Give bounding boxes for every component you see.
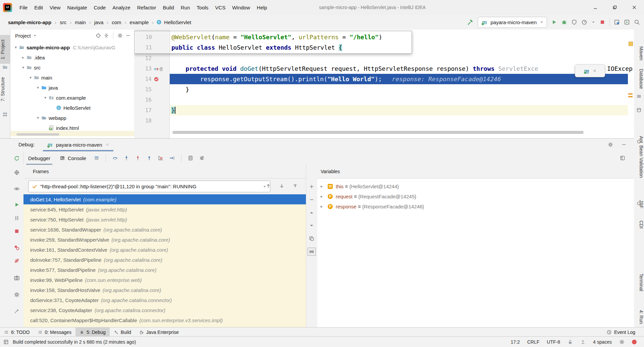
menu-item-help[interactable]: Help: [254, 3, 271, 12]
resume-program-icon[interactable]: [14, 202, 20, 208]
frame-row[interactable]: doService:371, CoyoteAdapter(org.apache.…: [23, 295, 306, 305]
run-button-icon[interactable]: [551, 19, 557, 25]
code-line-15[interactable]: 15 }: [134, 84, 634, 95]
frame-row[interactable]: call:520, ContainerMapper$HttpHandlerCal…: [23, 315, 306, 325]
tree-item-main[interactable]: main: [10, 72, 134, 83]
tree-item-webapp[interactable]: webapp: [10, 113, 134, 123]
toolwindow-tab-java-enterprise[interactable]: Java Enterprise: [135, 328, 183, 337]
drop-frame-icon[interactable]: [158, 155, 163, 161]
frame-row[interactable]: service:238, CoyoteAdapter(org.apache.ca…: [23, 305, 306, 315]
menu-item-file[interactable]: File: [16, 3, 31, 12]
stop-process-icon[interactable]: [14, 228, 20, 234]
run-config-select[interactable]: payara-micro-maven: [478, 17, 547, 28]
expander-icon[interactable]: [43, 95, 48, 100]
code-editor[interactable]: 1213 protected void doGet(HttpServletReq…: [134, 30, 634, 138]
menu-item-vcs[interactable]: VCS: [212, 3, 229, 12]
breadcrumb-item-example[interactable]: example: [129, 19, 150, 26]
move-up-icon[interactable]: [309, 210, 314, 215]
expand-arrow-icon[interactable]: [321, 204, 325, 209]
tab-console[interactable]: Console: [55, 151, 91, 165]
settings-gear-icon[interactable]: [608, 142, 613, 147]
code-line-13[interactable]: 13 protected void doGet(HttpServletReque…: [134, 63, 634, 74]
breadcrumb-item-sample-micro-app[interactable]: sample-micro-app: [7, 19, 52, 26]
expander-icon[interactable]: [35, 85, 41, 90]
settings-gear-icon[interactable]: [117, 33, 123, 38]
close-tab-icon[interactable]: [105, 143, 109, 147]
tree-item-java[interactable]: java: [10, 83, 134, 93]
code-line-18[interactable]: 18: [134, 115, 634, 126]
show-watches-icon[interactable]: [309, 249, 314, 254]
tool-strip-icon[interactable]: [636, 139, 642, 144]
tab-debugger[interactable]: Debugger: [23, 151, 55, 165]
tool-window-switcher-icon[interactable]: [3, 339, 9, 345]
debug-settings-icon[interactable]: [14, 292, 20, 298]
project-view-select[interactable]: Project: [15, 33, 37, 39]
file-encoding[interactable]: UTF-8: [547, 339, 560, 345]
add-watch-icon[interactable]: [309, 184, 314, 189]
menu-item-view[interactable]: View: [46, 3, 64, 12]
step-over-icon[interactable]: [112, 155, 118, 161]
tool-window-database[interactable]: Database: [634, 60, 644, 97]
evaluate-expression-icon[interactable]: [188, 155, 193, 161]
force-step-into-icon[interactable]: [135, 155, 141, 161]
hide-library-frames-icon[interactable]: [292, 183, 298, 189]
layout-settings-icon[interactable]: [620, 155, 625, 161]
frame-row[interactable]: doInvoke:757, StandardPipeline(org.apach…: [23, 255, 306, 265]
rerun-icon[interactable]: [14, 155, 20, 161]
tool-window-7-structure[interactable]: 7: Structure: [0, 75, 10, 104]
close-button[interactable]: [625, 0, 644, 14]
code-line-14[interactable]: 14 response.getOutputStream().println("H…: [134, 74, 634, 84]
overrides-method-icon[interactable]: [154, 66, 159, 71]
menu-item-analyze[interactable]: Analyze: [109, 3, 133, 12]
frame-row[interactable]: service:1636, StandardWrapper(org.apache…: [23, 225, 306, 235]
tree-item-src[interactable]: src: [10, 62, 134, 72]
line-ending[interactable]: CRLF: [527, 339, 540, 345]
menu-item-window[interactable]: Window: [229, 3, 253, 12]
run-anything-icon[interactable]: [624, 19, 630, 25]
variable-row[interactable]: response{ResponseFacade@14246}: [317, 201, 634, 211]
tree-item-com-example[interactable]: com.example: [10, 93, 134, 103]
restore-layout-icon[interactable]: [614, 19, 620, 25]
tool-window-terminal[interactable]: Terminal: [634, 264, 644, 301]
menu-item-tools[interactable]: Tools: [193, 3, 212, 12]
variable-row[interactable]: this{HelloServlet@14244}: [317, 181, 634, 191]
frame-row[interactable]: invoke:158, StandardHostValve(org.apache…: [23, 285, 306, 295]
expander-icon[interactable]: [20, 65, 26, 70]
tool-window-cdi[interactable]: CDI: [634, 206, 644, 243]
show-execution-point-icon[interactable]: [14, 169, 20, 176]
step-into-icon[interactable]: [124, 155, 129, 161]
expander-icon[interactable]: [20, 55, 26, 60]
mute-breakpoints-icon[interactable]: [14, 258, 20, 264]
collapse-all-icon[interactable]: [104, 33, 109, 38]
toolwindow-tab-build[interactable]: Build: [110, 328, 135, 337]
frame-row[interactable]: invoke:259, StandardWrapperValve(org.apa…: [23, 235, 306, 245]
tree-item-helloservlet[interactable]: CHelloServlet: [10, 103, 134, 113]
duplicate-watch-icon[interactable]: [309, 236, 314, 241]
hide-panel-icon[interactable]: [621, 142, 627, 147]
frame-row[interactable]: service:750, HttpServlet(javax.servlet.h…: [23, 214, 306, 225]
trace-settings-icon[interactable]: [199, 155, 205, 161]
menu-item-code[interactable]: Code: [90, 3, 109, 12]
maximize-button[interactable]: [605, 0, 625, 14]
menu-item-refactor[interactable]: Refactor: [134, 3, 160, 12]
pause-program-icon[interactable]: [14, 215, 20, 221]
variable-row[interactable]: request{RequestFacade@14245}: [317, 191, 634, 201]
hide-panel-icon[interactable]: [125, 33, 131, 38]
debug-session-tab[interactable]: payara-micro-maven: [43, 139, 113, 151]
tool-window-bean-validation[interactable]: Bean Validation: [634, 143, 644, 180]
frame-row[interactable]: doGet:14, HelloServlet(com.example): [23, 194, 306, 204]
frame-row[interactable]: service:645, HttpServlet(javax.servlet.h…: [23, 204, 306, 214]
move-down-icon[interactable]: [309, 223, 314, 228]
breadcrumb-leaf[interactable]: CHelloServlet: [156, 19, 191, 25]
menu-item-run[interactable]: Run: [177, 3, 194, 12]
view-options-icon[interactable]: [14, 186, 20, 192]
frame-row[interactable]: invoke:161, StandardContextValve(org.apa…: [23, 245, 306, 255]
chevron-down-icon[interactable]: [591, 20, 595, 24]
thread-selector[interactable]: "http-thread-pool::http-listener(2)"@11,…: [28, 181, 270, 192]
expand-arrow-icon[interactable]: [321, 194, 325, 199]
ide-updates-icon[interactable]: [580, 339, 586, 345]
tool-strip-icon[interactable]: [636, 94, 642, 99]
step-out-icon[interactable]: [147, 155, 152, 161]
toolwindow-tab-6-todo[interactable]: 6: TODO: [0, 328, 34, 337]
next-frame-icon[interactable]: [279, 183, 284, 189]
